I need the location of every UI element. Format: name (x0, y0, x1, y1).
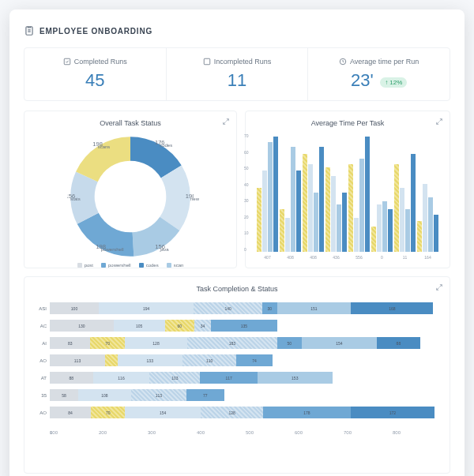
donut-legend: postpowershellcodesscan (32, 263, 228, 268)
kpi-label: Average time per Run (314, 58, 443, 66)
kpi-completed: Completed Runs 45 (24, 48, 167, 100)
kpi-value-wrap: 23' ↑ 12% (314, 70, 443, 91)
kpi-value: 45 (31, 70, 160, 91)
page-title: EMPLOYEE ONBOARDING (40, 27, 152, 36)
expand-icon[interactable] (435, 283, 443, 291)
card-title: Average Time Per Task (254, 119, 442, 127)
bar-chart: 706050403020100 (254, 133, 442, 252)
donut-svg: 176198156198156198 (67, 133, 194, 260)
card-title: Overall Task Status (32, 119, 228, 127)
kpi-incompleted: Incompleted Runs 11 (167, 48, 309, 100)
svg-rect-2 (204, 58, 210, 65)
kpi-value: 11 (173, 70, 302, 91)
square-icon (203, 58, 211, 66)
clock-icon (339, 58, 347, 66)
chart-row-1: Overall Task Status 176198156198156198 c… (24, 111, 450, 268)
stacked-bar-chart: ASI10019414030151168AC1301056034135AI837… (32, 299, 442, 427)
check-square-icon (63, 58, 71, 66)
card-title: Task Completion & Status (32, 285, 442, 293)
card-task-completion: Task Completion & Status ASI100194140301… (24, 276, 450, 474)
expand-icon[interactable] (435, 118, 443, 126)
kpi-value: 23' (351, 70, 374, 90)
expand-icon[interactable] (222, 118, 230, 126)
x-axis: 0100200300400500600700800 (50, 430, 442, 435)
y-axis: 706050403020100 (244, 133, 249, 252)
kpi-avg-time: Average time per Run 23' ↑ 12% (308, 48, 450, 100)
kpi-row: Completed Runs 45 Incompleted Runs 11 Av… (24, 47, 450, 101)
svg-rect-1 (64, 58, 70, 65)
clipboard-icon (24, 25, 35, 36)
kpi-label: Incompleted Runs (173, 58, 302, 66)
page-header: EMPLOYEE ONBOARDING (24, 25, 450, 36)
kpi-label: Completed Runs (31, 58, 160, 66)
dashboard-page: EMPLOYEE ONBOARDING Completed Runs 45 In… (9, 9, 465, 476)
trend-badge: ↑ 12% (380, 77, 407, 88)
card-avg-time-per-task: Average Time Per Task 706050403020100 40… (245, 111, 450, 268)
x-axis: 407408408436556011164 (254, 255, 442, 260)
card-overall-task-status: Overall Task Status 176198156198156198 c… (24, 111, 237, 268)
donut-chart: 176198156198156198 codesnewjavapowershel… (67, 133, 194, 260)
